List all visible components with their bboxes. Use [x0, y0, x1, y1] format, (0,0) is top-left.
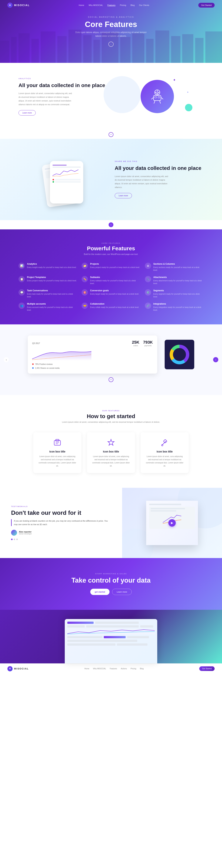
testimonial-avatar: Alex reporter Senior Developer	[11, 530, 111, 536]
nav-pricing[interactable]: Pricing	[120, 4, 126, 6]
feature-integrations-title: Integrations	[154, 303, 203, 305]
integrations-icon: 🔗	[145, 303, 151, 309]
carousel-next-btn[interactable]: ›	[213, 357, 218, 362]
svg-rect-16	[195, 38, 203, 63]
nav-features[interactable]: Features	[108, 4, 115, 6]
laptop-block-5	[67, 636, 102, 638]
feature-analytics-title: Analytics	[27, 262, 76, 265]
bg-circle	[104, 76, 141, 113]
logo[interactable]: M MISOCIAL	[7, 3, 30, 8]
svg-rect-5	[57, 36, 66, 63]
dot-2[interactable]	[14, 538, 15, 540]
cta-learn-more-btn[interactable]: Learn more	[112, 589, 132, 595]
footer-features[interactable]: Features	[110, 668, 117, 670]
phone-learn-more-btn[interactable]: Learn more	[115, 193, 132, 198]
dot-1[interactable]	[11, 538, 12, 540]
feature-attachments-text: Attachments Every attachment ready for y…	[154, 276, 203, 285]
sparkle-icon-1: ✦	[173, 78, 176, 82]
dont-take-section: Testimonials Don't take our word for it …	[0, 488, 222, 558]
how-card-2: Icon box title Lorem ipsum dolor sit ame…	[87, 432, 135, 473]
scroll-down-btn-2[interactable]: +	[109, 222, 113, 227]
feature-conversations-desc: Every task ready for yourself to keep tr…	[27, 292, 77, 298]
laptop-screen	[65, 619, 157, 663]
footer-logo-icon: M	[7, 666, 12, 671]
nav-blog[interactable]: Blog	[131, 4, 135, 6]
feature-subtasks: ✏️ Subtasks Every subtask ready for your…	[82, 276, 140, 285]
feature-accounts-desc: Every account ready for yourself or keep…	[27, 306, 77, 311]
how-card-3: Icon box title Lorem ipsum dolor sit ame…	[141, 432, 189, 473]
feature-collab-desc: Every collab ready for yourself or keep …	[90, 306, 139, 309]
svg-rect-2	[19, 33, 30, 63]
features-desc: Built for the modern user, our WordPress…	[19, 253, 203, 255]
footer-home[interactable]: Home	[84, 668, 89, 670]
dot-3[interactable]	[16, 538, 18, 540]
svg-rect-7	[83, 35, 91, 63]
positive-reviews-metric: 78% Positive reviews	[32, 363, 153, 365]
dashboard-stats: 25K orders 793K payments	[132, 340, 153, 347]
avatar-info: Alex reporter Senior Developer	[19, 531, 32, 535]
section-divider-2: +	[0, 220, 222, 229]
cta-title: Take control of your data	[19, 577, 203, 584]
scroll-down-btn-1[interactable]: +	[109, 132, 113, 137]
payments-number: 793K	[143, 340, 153, 345]
feature-collab: 🤝 Collaboration Every collab ready for y…	[82, 303, 140, 311]
cta-get-started-btn[interactable]: get started	[90, 589, 110, 595]
how-card-1-text: Lorem ipsum dolor sit amet, cons adipisc…	[38, 455, 77, 467]
svg-rect-10	[120, 37, 131, 63]
conversations-icon: 💬	[19, 289, 25, 296]
dont-tag: Testimonials	[11, 505, 111, 507]
features-grid: 📊 Analytics Every insight ready for your…	[19, 262, 203, 311]
footer-logo-text: MISOCIAL	[14, 667, 29, 670]
svg-line-21	[151, 97, 154, 99]
svg-rect-11	[132, 33, 144, 63]
svg-line-24	[160, 100, 161, 103]
donut-chart	[168, 343, 191, 366]
feature-segments-title: Segments	[154, 289, 203, 292]
subtasks-icon: ✏️	[82, 276, 88, 282]
laptop-block-6	[127, 636, 149, 638]
feature-projects: 📁 Projects Every project ready for yours…	[82, 262, 140, 272]
laptop-block-3	[86, 625, 139, 627]
footer-logo[interactable]: M MISOCIAL	[7, 666, 29, 671]
nav-home[interactable]: Home	[79, 4, 84, 6]
footer-pricing[interactable]: Pricing	[131, 668, 136, 670]
how-card-3-text: Lorem ipsum dolor sit amet, cons adipisc…	[145, 455, 184, 467]
plus-icon-3: +	[110, 378, 112, 381]
footer-links: Home Why MISOCIAL Features Actions Prici…	[84, 668, 144, 670]
features-tag: Core Features	[19, 242, 203, 244]
nav-cta-button[interactable]: Get Started	[198, 3, 215, 7]
footer-actions[interactable]: Actions	[121, 668, 127, 670]
avatar-image	[11, 530, 17, 536]
phone-front	[50, 161, 83, 204]
laptop-row-5	[67, 644, 155, 646]
analytics-learn-more-btn[interactable]: Learn more	[19, 110, 36, 116]
nav-why[interactable]: Why MISOCIAL	[89, 4, 103, 6]
how-desc: Lorem ipsum dolor sit amet, consectetur …	[19, 421, 203, 423]
carousel-prev-btn[interactable]: ‹	[4, 357, 9, 362]
svg-rect-41	[163, 439, 167, 443]
footer-cta-button[interactable]: Get Started	[199, 666, 215, 671]
footer-why[interactable]: Why MISOCIAL	[93, 668, 106, 670]
laptop-block-accent-2	[104, 636, 126, 638]
how-title: How to get started	[19, 413, 203, 420]
hero-tag: Social Marketing & Analytics	[88, 16, 134, 18]
feature-collab-title: Collaboration	[90, 303, 139, 305]
play-button[interactable]: ▶	[168, 519, 176, 527]
donut-chart-area	[165, 340, 194, 369]
feature-accounts: 👥 Multiple accounts Every account ready …	[19, 303, 77, 311]
laptop-block-accent	[67, 622, 93, 624]
footer-blog[interactable]: Blog	[140, 668, 144, 670]
section-divider-1: +	[0, 130, 222, 139]
laptop-chart-row	[67, 629, 155, 634]
feature-collab-text: Collaboration Every collab ready for you…	[90, 303, 139, 309]
nav-clients[interactable]: Our Clients	[139, 4, 149, 6]
how-icon-1	[53, 438, 62, 447]
laptop-block-8	[67, 644, 115, 646]
logo-icon: M	[7, 3, 12, 8]
phone-section: Share We Did This All your data collecte…	[0, 139, 222, 220]
svg-rect-14	[171, 36, 181, 63]
blue-dot	[32, 367, 34, 369]
feature-segments-desc: Every segment ready for yourself or keep…	[154, 292, 203, 298]
scroll-down-btn-3[interactable]: +	[109, 377, 113, 382]
phone-tag: Share We Did This	[115, 160, 203, 162]
